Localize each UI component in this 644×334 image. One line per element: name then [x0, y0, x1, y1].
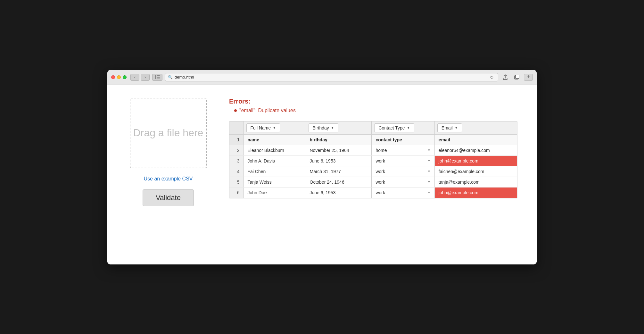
cell-email-4: faichen@example.com [434, 166, 517, 177]
row-num-6: 6 [229, 187, 244, 198]
col-dropdown-contacttype-label: Contact Type [378, 125, 405, 130]
row-num-4: 4 [229, 166, 244, 177]
page-content: Drag a file here Use an example CSV Vali… [107, 85, 537, 264]
error-bullet-icon [234, 109, 237, 112]
chevron-down-icon: ▼ [273, 126, 276, 129]
error-list: "email": Duplicate values [229, 108, 517, 113]
cell-contacttype-value-2: home [376, 148, 387, 153]
header-fullname: name [244, 134, 306, 145]
col-dropdown-contacttype-cell: Contact Type ▼ [372, 121, 434, 135]
cell-contacttype-5: work ▼ [372, 177, 434, 187]
col-dropdown-email-label: Email [442, 125, 453, 130]
row-num-5: 5 [229, 177, 244, 187]
svg-rect-1 [157, 75, 160, 76]
cell-contacttype-4: work ▼ [372, 166, 434, 177]
chevron-down-icon: ▼ [407, 126, 410, 129]
cell-birthday-6: June 6, 1953 [306, 187, 372, 198]
row-num-1: 1 [229, 134, 244, 145]
browser-chrome: ‹ › 🔍 demo.html ↻ [107, 70, 537, 85]
cell-contacttype-value-5: work [376, 180, 385, 185]
table-row: 5 Tanja Weiss October 24, 1946 work ▼ ta… [229, 177, 517, 187]
left-panel: Drag a file here Use an example CSV Vali… [127, 98, 210, 206]
cell-contacttype-value-3: work [376, 158, 385, 163]
example-csv-link[interactable]: Use an example CSV [144, 176, 193, 182]
errors-section: Errors: "email": Duplicate values [229, 98, 517, 113]
row-num-header-empty [229, 121, 244, 135]
cell-contacttype-value-4: work [376, 169, 385, 174]
drop-zone-label: Drag a file here [133, 126, 203, 140]
address-bar[interactable]: 🔍 demo.html ↻ [165, 73, 498, 81]
col-dropdown-fullname-label: Full Name [251, 125, 271, 130]
nav-buttons: ‹ › [130, 74, 150, 81]
minimize-button[interactable] [117, 75, 121, 79]
header-email: email [434, 134, 517, 145]
back-button[interactable]: ‹ [130, 74, 139, 81]
chevron-down-icon: ▼ [427, 191, 431, 194]
col-dropdown-fullname-cell: Full Name ▼ [244, 121, 306, 135]
validate-button[interactable]: Validate [143, 189, 194, 206]
new-tab-button[interactable]: + [524, 74, 533, 81]
chevron-down-icon: ▼ [427, 170, 431, 173]
error-message: "email": Duplicate values [239, 108, 296, 113]
table-row: 3 John A. Davis June 6, 1953 work ▼ john… [229, 155, 517, 166]
row-num-2: 2 [229, 145, 244, 155]
address-bar-text: demo.html [175, 75, 486, 79]
row-num-3: 3 [229, 155, 244, 166]
svg-rect-3 [157, 79, 160, 79]
cell-fullname-4: Fai Chen [244, 166, 306, 177]
col-dropdown-birthday-cell: Birthday ▼ [306, 121, 372, 135]
chevron-down-icon: ▼ [427, 180, 431, 184]
table-row: 6 John Doe June 6, 1953 work ▼ john@exam… [229, 187, 517, 198]
search-icon: 🔍 [168, 75, 173, 79]
col-dropdown-email-cell: Email ▼ [434, 121, 517, 135]
header-birthday: birthday [306, 134, 372, 145]
errors-title: Errors: [229, 98, 517, 105]
svg-rect-0 [155, 75, 156, 79]
error-item: "email": Duplicate values [234, 108, 517, 113]
svg-rect-5 [516, 75, 519, 79]
cell-birthday-2: November 25, 1964 [306, 145, 372, 155]
cell-email-2: eleanor64@example.com [434, 145, 517, 155]
cell-email-5: tanja@example.com [434, 177, 517, 187]
cell-fullname-3: John A. Davis [244, 155, 306, 166]
file-drop-zone[interactable]: Drag a file here [130, 98, 207, 168]
csv-header-row: 1 name birthday contact type email [229, 134, 517, 145]
right-panel: Errors: "email": Duplicate values [229, 98, 517, 198]
col-dropdown-fullname[interactable]: Full Name ▼ [246, 123, 280, 132]
col-dropdown-birthday-label: Birthday [313, 125, 329, 130]
cell-fullname-2: Eleanor Blackburn [244, 145, 306, 155]
col-dropdown-contacttype[interactable]: Contact Type ▼ [374, 123, 414, 132]
forward-button[interactable]: › [141, 74, 150, 81]
data-table-wrapper: Full Name ▼ Birthday ▼ C [229, 121, 517, 198]
cell-contacttype-3: work ▼ [372, 155, 434, 166]
maximize-button[interactable] [123, 75, 127, 79]
data-table: Full Name ▼ Birthday ▼ C [229, 121, 517, 198]
svg-rect-2 [157, 77, 160, 78]
table-row: 4 Fai Chen March 31, 1977 work ▼ faichen… [229, 166, 517, 177]
cell-contacttype-2: home ▼ [372, 145, 434, 155]
cell-contacttype-6: work ▼ [372, 187, 434, 198]
cell-email-3-error: john@example.com [434, 155, 517, 166]
sidebar-toggle-button[interactable] [152, 74, 162, 81]
chevron-down-icon: ▼ [331, 126, 334, 129]
reload-button[interactable]: ↻ [488, 74, 495, 81]
chevron-down-icon: ▼ [455, 126, 458, 129]
cell-birthday-3: June 6, 1953 [306, 155, 372, 166]
browser-titlebar: ‹ › 🔍 demo.html ↻ [111, 73, 533, 81]
cell-fullname-5: Tanja Weiss [244, 177, 306, 187]
cell-contacttype-value-6: work [376, 190, 385, 195]
column-mapping-row: Full Name ▼ Birthday ▼ C [229, 121, 517, 135]
chevron-down-icon: ▼ [427, 148, 431, 152]
col-dropdown-email[interactable]: Email ▼ [437, 123, 462, 132]
share-button[interactable] [501, 74, 510, 81]
chevron-down-icon: ▼ [427, 159, 431, 163]
cell-email-6-error: john@example.com [434, 187, 517, 198]
traffic-lights [111, 75, 127, 79]
table-row: 2 Eleanor Blackburn November 25, 1964 ho… [229, 145, 517, 155]
close-button[interactable] [111, 75, 115, 79]
cell-birthday-5: October 24, 1946 [306, 177, 372, 187]
col-dropdown-birthday[interactable]: Birthday ▼ [309, 123, 338, 132]
header-contacttype: contact type [372, 134, 434, 145]
browser-actions: + [501, 74, 533, 81]
duplicate-tab-button[interactable] [512, 74, 521, 81]
